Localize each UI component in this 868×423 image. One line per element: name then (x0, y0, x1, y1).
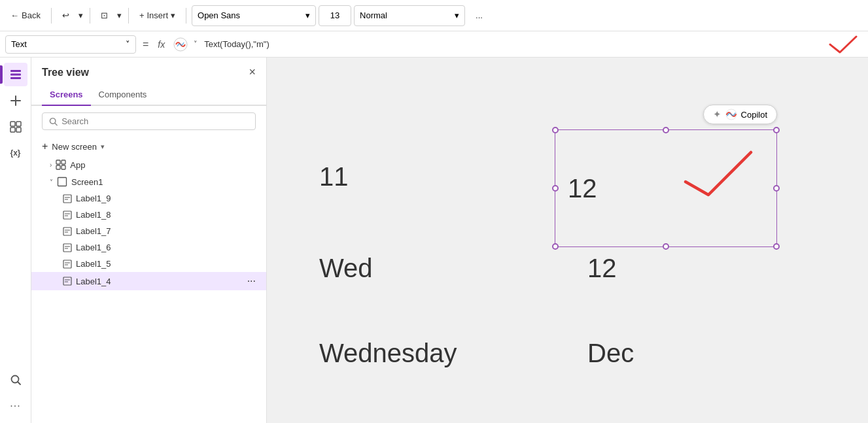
sidebar-variables-button[interactable]: {x} (4, 141, 27, 165)
canvas-text-wed[interactable]: Wed (319, 254, 373, 283)
canvas-text-wednesday[interactable]: Wednesday (319, 339, 457, 368)
new-screen-label: New screen (52, 142, 97, 152)
sidebar-more-button[interactable]: ··· (4, 394, 27, 418)
sidebar-layers-button[interactable] (4, 63, 27, 86)
sidebar-add-button[interactable] (4, 89, 27, 112)
main-layout: {x} ··· Tree view × Screens Components (0, 58, 868, 423)
app-chevron-icon: › (50, 161, 52, 169)
sidebar-icons: {x} ··· (0, 58, 31, 423)
divider-2 (90, 8, 90, 24)
label7-label: Label1_7 (76, 226, 256, 236)
label5-label: Label1_5 (76, 259, 256, 269)
tree-item-screen1[interactable]: ˅ Screen1 (31, 173, 266, 190)
more-icon: ... (476, 10, 483, 20)
sidebar-data-button[interactable] (4, 115, 27, 139)
tree-item-label6[interactable]: Label1_6 (31, 239, 266, 256)
undo-icon: ↩ (62, 10, 69, 20)
tree-close-button[interactable]: × (249, 65, 256, 79)
tree-item-label4[interactable]: Label1_4 ··· (31, 272, 266, 290)
handle-bl[interactable] (552, 243, 559, 250)
canvas-text-12-selected[interactable]: 12 (568, 174, 597, 203)
paste-button[interactable]: ⊡ (95, 8, 113, 23)
handle-mr[interactable] (773, 185, 780, 192)
font-dropdown-icon: ▾ (305, 10, 310, 20)
svg-rect-19 (63, 195, 71, 203)
tree-item-label5[interactable]: Label1_5 (31, 256, 266, 272)
more-button[interactable]: ... (470, 8, 488, 23)
formula-equals: = (140, 39, 151, 50)
handle-tm[interactable] (663, 127, 669, 133)
tree-item-app[interactable]: › App (31, 156, 266, 173)
insert-label: Insert (147, 10, 169, 20)
sidebar-search-button[interactable] (4, 368, 27, 392)
label9-label: Label1_9 (76, 194, 256, 203)
font-selector[interactable]: Open Sans ▾ (192, 5, 316, 26)
canvas-viewport: 11 ✦ Copilot (267, 71, 868, 423)
tab-screens[interactable]: Screens (42, 84, 91, 105)
app-label: App (70, 160, 256, 170)
new-screen-plus-icon: + (42, 141, 48, 152)
svg-rect-22 (63, 211, 71, 219)
handle-tr[interactable] (773, 127, 780, 133)
copilot-button[interactable]: ✦ Copilot (703, 105, 777, 124)
search-input[interactable] (61, 116, 249, 126)
paste-dropdown-button[interactable]: ▾ (116, 8, 123, 23)
formula-name-dropdown-icon: ˅ (126, 39, 130, 49)
tree-item-label9[interactable]: Label1_9 (31, 190, 266, 207)
tree-item-label7[interactable]: Label1_7 (31, 223, 266, 239)
insert-button[interactable]: + Insert ▾ (134, 8, 181, 23)
svg-rect-25 (63, 228, 71, 235)
label5-icon (63, 260, 72, 269)
svg-rect-8 (10, 127, 15, 132)
label9-icon (63, 194, 72, 203)
formula-copilot-icon[interactable] (171, 35, 190, 54)
handle-bm[interactable] (663, 243, 669, 250)
font-name: Open Sans (198, 10, 240, 20)
plus-icon: + (139, 10, 145, 20)
tree-search-box[interactable] (42, 112, 256, 130)
svg-rect-34 (63, 277, 71, 285)
search-icon (49, 117, 58, 126)
handle-br[interactable] (773, 243, 780, 250)
new-screen-dropdown-icon: ▾ (101, 143, 105, 151)
tab-components[interactable]: Components (91, 84, 155, 105)
formula-name-box[interactable]: Text ˅ (5, 35, 136, 54)
handle-ml[interactable] (552, 185, 559, 192)
canvas-text-12-row2[interactable]: 12 (587, 254, 617, 283)
label6-label: Label1_6 (76, 243, 256, 252)
tree-items: › App ˅ Screen1 (31, 156, 266, 423)
canvas-area[interactable]: 11 ✦ Copilot (267, 58, 868, 423)
copilot-logo-icon (725, 109, 737, 120)
svg-rect-6 (10, 122, 15, 126)
sidebar-more-icon: ··· (10, 400, 20, 412)
svg-rect-1 (10, 70, 21, 72)
divider-4 (186, 8, 186, 24)
undo-dropdown-button[interactable]: ▾ (77, 8, 84, 23)
tree-item-label8[interactable]: Label1_8 (31, 207, 266, 223)
style-selector[interactable]: Normal ▾ (354, 5, 465, 26)
formula-text[interactable]: Text(Today(),"m") (201, 39, 846, 49)
svg-rect-7 (16, 122, 21, 126)
canvas-text-dec[interactable]: Dec (587, 339, 634, 368)
label4-label: Label1_4 (76, 277, 243, 286)
variable-icon: {x} (10, 148, 20, 158)
label7-icon (63, 227, 72, 236)
formula-dropdown-icon[interactable]: ˅ (194, 40, 198, 48)
paste-icon: ⊡ (101, 10, 108, 20)
font-size-input[interactable]: 13 (319, 5, 351, 26)
undo-button[interactable]: ↩ (57, 8, 75, 23)
red-checkmark-canvas (679, 143, 757, 201)
svg-rect-18 (58, 178, 67, 186)
label4-more-icon[interactable]: ··· (247, 275, 256, 287)
svg-rect-16 (56, 165, 60, 169)
handle-tl[interactable] (552, 127, 559, 133)
new-screen-button[interactable]: + New screen ▾ (31, 137, 266, 156)
formula-bar: Text ˅ = fx ˅ Text(Today(),"m") (0, 31, 868, 58)
back-button[interactable]: ← Back (5, 8, 46, 23)
divider-3 (128, 8, 129, 24)
svg-rect-17 (61, 165, 65, 169)
screen1-chevron-icon: ˅ (50, 178, 53, 186)
svg-rect-14 (56, 160, 60, 164)
tree-tabs: Screens Components (31, 84, 266, 106)
canvas-text-11[interactable]: 11 (319, 162, 349, 192)
